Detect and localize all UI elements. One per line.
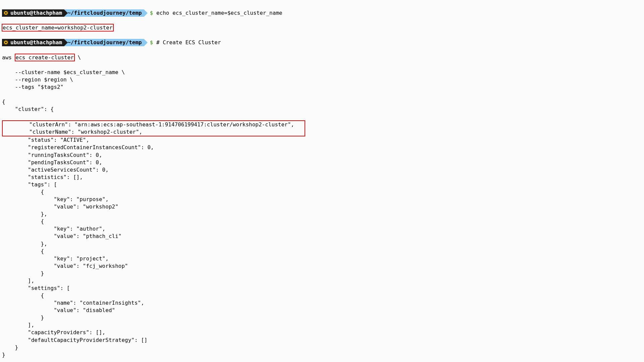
command-aws-create: aws ecs create-cluster \ xyxy=(2,54,642,61)
echo-result-highlight: ecs_cluster_name=workshop2-cluster xyxy=(2,24,114,32)
prompt-symbol: $ xyxy=(150,10,153,16)
prompt-user: ubuntu@thachpham xyxy=(10,10,62,16)
prompt-line-1: ubuntu@thachpham~/firtcloudjourney/temp$… xyxy=(2,9,642,17)
terminal-output[interactable]: ubuntu@thachpham~/firtcloudjourney/temp$… xyxy=(0,0,644,362)
json-cluster-highlight: "clusterArn": "arn:aws:ecs:ap-southeast-… xyxy=(2,120,305,136)
prompt-user: ubuntu@thachpham xyxy=(10,39,62,46)
aws-subcommand-highlight: ecs create-cluster xyxy=(15,54,75,61)
prompt-user-seg: ubuntu@thachpham xyxy=(2,39,64,46)
aws-word: aws xyxy=(2,54,15,61)
command-echo: echo ecs_cluster_name=$ecs_cluster_name xyxy=(156,10,282,16)
prompt-path: ~/firtcloudjourney/temp xyxy=(67,39,142,46)
output-echo: ecs_cluster_name=workshop2-cluster xyxy=(2,24,642,32)
prompt-line-2: ubuntu@thachpham~/firtcloudjourney/temp$… xyxy=(2,39,642,46)
ubuntu-logo-icon xyxy=(3,40,8,45)
ubuntu-logo-icon xyxy=(3,10,8,15)
aws-continuation: \ xyxy=(74,54,81,61)
prompt-user-seg: ubuntu@thachpham xyxy=(2,9,64,17)
command-comment: # Create ECS Cluster xyxy=(156,39,221,46)
json-open: { "cluster": { xyxy=(2,98,642,113)
json-cluster-arn-name: "clusterArn": "arn:aws:ecs:ap-southeast-… xyxy=(3,121,294,135)
json-body: "status": "ACTIVE", "registeredContainer… xyxy=(2,136,642,358)
prompt-path-seg: ~/firtcloudjourney/temp xyxy=(64,39,144,46)
prompt-symbol: $ xyxy=(150,39,153,46)
command-aws-create-args: --cluster-name $ecs_cluster_name \ --reg… xyxy=(2,69,642,91)
prompt-path-seg: ~/firtcloudjourney/temp xyxy=(64,9,144,17)
prompt-path: ~/firtcloudjourney/temp xyxy=(67,10,142,16)
